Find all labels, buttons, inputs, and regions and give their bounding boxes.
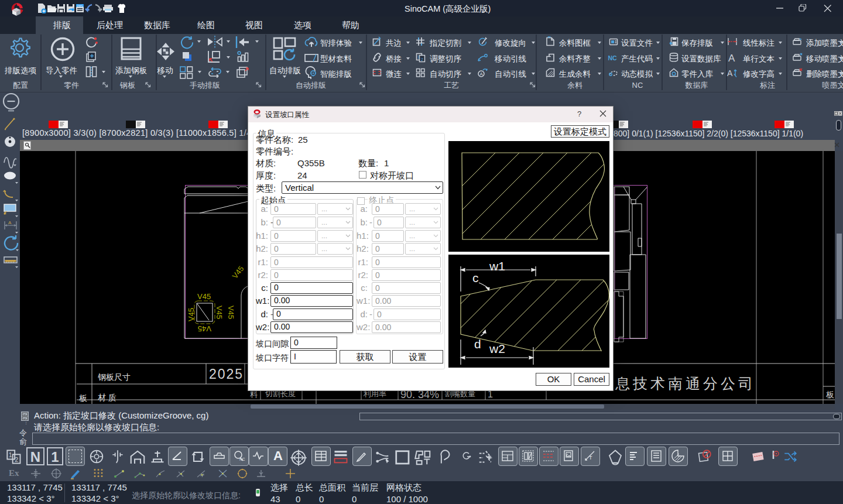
svg-text:1: 1: [9, 451, 12, 458]
svg-text:w2: w2: [489, 342, 505, 355]
svg-text:w1: w1: [489, 259, 505, 273]
svg-text:2: 2: [15, 456, 18, 463]
svg-text:A: A: [480, 71, 484, 77]
svg-text:A: A: [727, 68, 733, 78]
svg-text:NC: NC: [608, 54, 618, 61]
svg-text:d: d: [474, 337, 481, 351]
svg-text:V45: V45: [198, 324, 211, 333]
svg-text:信息技术南通分公司: 信息技术南通分公司: [598, 375, 756, 392]
svg-text:T: T: [589, 455, 592, 461]
svg-text:V45: V45: [215, 306, 224, 319]
svg-text:V45: V45: [187, 308, 196, 321]
svg-text:材 质: 材 质: [98, 393, 116, 402]
svg-text:A: A: [8, 220, 12, 225]
svg-text:c: c: [472, 271, 479, 284]
svg-text:1: 1: [417, 55, 420, 59]
svg-text:DWG: DWG: [77, 5, 83, 8]
svg-text:板: 板: [79, 393, 87, 403]
svg-text:2025: 2025: [209, 366, 244, 382]
svg-text:A: A: [728, 53, 735, 64]
svg-text:料: 料: [250, 390, 258, 399]
svg-text:2: 2: [421, 57, 423, 61]
svg-text:板: 板: [826, 390, 834, 399]
svg-text:V45: V45: [227, 306, 235, 319]
svg-text:NC: NC: [239, 457, 245, 461]
svg-text:V45: V45: [231, 264, 246, 280]
svg-text:钢板尺寸: 钢板尺寸: [98, 372, 131, 382]
svg-text:V45: V45: [197, 292, 211, 301]
